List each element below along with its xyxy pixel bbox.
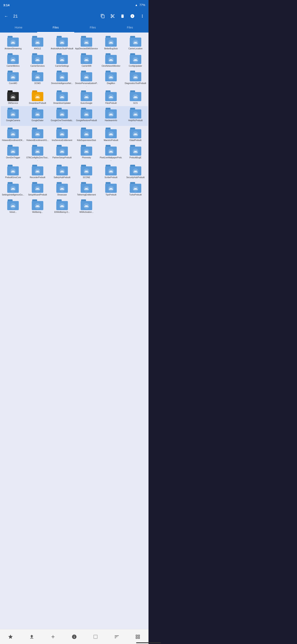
tab-files-2[interactable]: Files — [74, 23, 111, 32]
list-item[interactable]: TurboPrebuilt — [123, 180, 148, 198]
list-item[interactable]: HardwareInfo — [99, 106, 123, 126]
list-item[interactable]: SettingsIntelligenceGo... — [1, 180, 25, 198]
list-item[interactable]: GoogleDialer — [25, 106, 50, 126]
list-item[interactable]: TetheringEntitlement — [74, 180, 99, 198]
list-item[interactable]: ImsServiceEntitlement — [50, 126, 74, 143]
list-item[interactable]: GoogleRestorePrebuilt — [74, 106, 99, 126]
item-label: GoogleOneTimeInitializ... — [50, 119, 73, 124]
list-item[interactable]: Showcase — [50, 180, 74, 198]
list-item[interactable]: SCONE — [74, 163, 99, 180]
list-item[interactable]: DreamlinerUpdater — [50, 89, 74, 106]
list-item[interactable]: DCMO — [25, 69, 50, 89]
list-item[interactable]: ScribePrebuilt — [99, 163, 123, 180]
list-item[interactable]: MaestroPrebuilt — [99, 126, 123, 143]
item-label: SafetyHubPrebuilt — [54, 176, 70, 179]
list-item[interactable]: E6Wellbeing-D... — [50, 198, 74, 215]
list-item[interactable]: CbrsNetworkMonitor — [99, 52, 123, 69]
delete-button[interactable] — [118, 12, 127, 21]
file-grid: AmbientStreamingANGLEAndroidAutoStubPreb… — [0, 32, 148, 631]
list-item[interactable]: CarrierSettings — [50, 52, 74, 69]
select-button[interactable] — [90, 632, 100, 642]
item-label: DMService — [8, 102, 18, 104]
list-item[interactable]: KidsSupervisionStub — [74, 126, 99, 143]
add-button[interactable] — [48, 632, 58, 642]
list-item[interactable]: DevicePersonalizationP... — [74, 69, 99, 89]
list-item[interactable]: DiagnosticsToolPrebuilt — [123, 69, 148, 89]
sort-button[interactable] — [112, 632, 122, 642]
grid-row: PrebuiltGmsCoreRecorderPrebuiltSafetyHub… — [1, 163, 148, 180]
list-item[interactable]: BetterBugStub — [99, 34, 123, 52]
list-item[interactable]: GoogleOneTimeInitializ... — [50, 106, 74, 126]
list-item[interactable]: GCS — [123, 89, 148, 106]
copy-button[interactable] — [98, 12, 107, 21]
item-label: DevicePersonalizationP... — [75, 82, 98, 87]
tab-home[interactable]: Home — [0, 23, 37, 32]
list-item[interactable]: DreamlinerPrebuilt — [25, 89, 50, 106]
item-label: DCMO — [34, 82, 41, 85]
list-item[interactable]: ConfigUpdater — [123, 52, 148, 69]
list-item[interactable]: DiagMon — [99, 69, 123, 89]
list-item[interactable]: PrebuiltBugE — [123, 143, 148, 163]
list-item[interactable]: FilesPrebuilt — [99, 89, 123, 106]
info-bottom-button[interactable] — [69, 632, 79, 642]
grid-row: HotwordEnrollmentOK...HotwordEnrollmentX… — [1, 126, 148, 143]
list-item[interactable]: AmbientStreaming — [1, 34, 25, 52]
list-item[interactable]: OemDmTrigger — [1, 143, 25, 163]
list-item[interactable]: HotwordEnrollmentOK... — [1, 126, 25, 143]
list-item[interactable]: Wellbeing... — [25, 198, 50, 215]
list-item[interactable]: AppDirectedSMSService — [74, 34, 99, 52]
list-item[interactable]: Phonesky — [74, 143, 99, 163]
cut-button[interactable] — [108, 12, 117, 21]
list-item[interactable]: Velvet... — [1, 198, 25, 215]
list-item[interactable]: CarrierMetrics — [1, 52, 25, 69]
item-label: SecurityHubPrebuilt — [126, 176, 144, 179]
list-item[interactable]: AndroidAutoStubPrebuilt — [50, 34, 74, 52]
list-item[interactable]: CarrierLocation — [123, 34, 148, 52]
grid-row: DMServiceDreamlinerPrebuiltDreamlinerUpd… — [1, 89, 148, 106]
more-button[interactable] — [138, 12, 147, 21]
toolbar-title: 21 — [11, 14, 97, 18]
item-label: RecorderPrebuilt — [30, 176, 45, 179]
list-item[interactable]: SafetyHubPrebuilt — [50, 163, 74, 180]
upload-button[interactable] — [27, 632, 37, 642]
item-label: HotwordEnrollmentOK... — [2, 139, 24, 142]
list-item[interactable]: ConnMO — [1, 69, 25, 89]
item-label: PrebuiltGmsCore — [5, 176, 21, 179]
list-item[interactable]: DMService — [1, 89, 25, 106]
wifi-icon: ▲ — [135, 3, 138, 6]
grid-button[interactable] — [133, 632, 143, 642]
item-label: GCS — [133, 102, 138, 104]
list-item[interactable]: HelpRtcPrebuilt — [123, 106, 148, 126]
list-item[interactable]: GoogleCamera — [1, 106, 25, 126]
list-item[interactable]: SecurityHubPrebuilt — [123, 163, 148, 180]
list-item[interactable]: EuiccGoogle — [74, 89, 99, 106]
list-item[interactable]: RecorderPrebuilt — [25, 163, 50, 180]
item-label: CarrierMetrics — [6, 65, 19, 67]
list-item[interactable]: PrebuiltGmsCore — [1, 163, 25, 180]
tab-files-3[interactable]: Files — [111, 23, 148, 32]
list-item[interactable]: PixelLiveWallpaperPreb... — [99, 143, 123, 163]
list-item[interactable]: SetupWizardPrebuilt — [25, 180, 50, 198]
list-item[interactable]: OTAConfigNoZeroTouc... — [25, 143, 50, 163]
list-item[interactable]: DeviceIntelligenceNet... — [50, 69, 74, 89]
list-item[interactable]: PartnerSetupPrebuilt — [50, 143, 74, 163]
item-label: EuiccGoogle — [81, 102, 92, 104]
grid-row: ConnMODCMODeviceIntelligenceNet...Device… — [1, 69, 148, 89]
back-button[interactable]: ← — [2, 12, 11, 21]
item-label: CarrierServices — [30, 65, 45, 67]
list-item[interactable]: TipsPrebuilt — [99, 180, 123, 198]
list-item[interactable]: OdadPrebuilt — [123, 126, 148, 143]
grid-row: SettingsIntelligenceGo...SetupWizardPreb… — [1, 180, 148, 198]
favorite-button[interactable] — [5, 632, 15, 642]
item-label: TetheringEntitlement — [77, 194, 96, 196]
list-item[interactable]: CarrierWifi — [74, 52, 99, 69]
grid-row: GoogleCameraGoogleDialerGoogleOneTimeIni… — [1, 106, 148, 126]
tab-files-1[interactable]: Files — [37, 23, 74, 32]
list-item[interactable]: ANGLE — [25, 34, 50, 52]
item-label: AppDirectedSMSService — [75, 48, 98, 50]
item-label: DreamlinerUpdater — [53, 102, 70, 104]
info-button[interactable] — [128, 12, 137, 21]
list-item[interactable]: WifiActivation... — [74, 198, 99, 215]
list-item[interactable]: HotwordEnrollmentXG... — [25, 126, 50, 143]
list-item[interactable]: CarrierServices — [25, 52, 50, 69]
